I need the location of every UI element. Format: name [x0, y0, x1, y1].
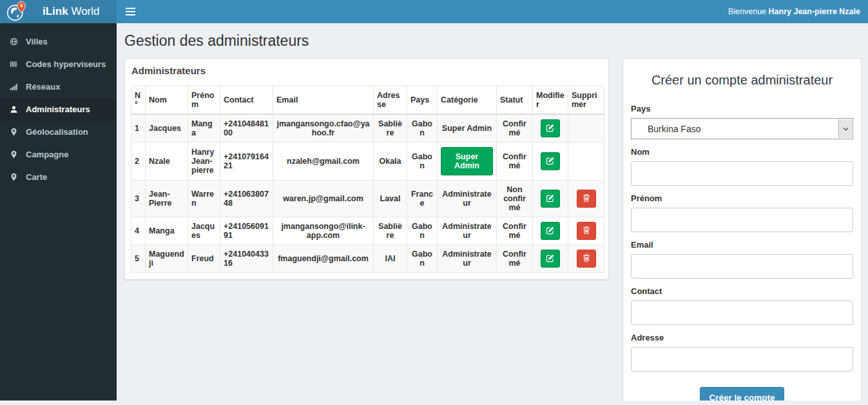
welcome-user-name: Hanry Jean-pierre Nzale — [769, 7, 860, 16]
table-row: 1JacquesManga+24104848100jmangansongo.cf… — [131, 114, 604, 143]
prenom-field[interactable] — [631, 208, 853, 232]
create-account-button[interactable]: Créer le compte — [700, 387, 784, 400]
create-admin-card: Créer un compte administrateur PaysBurki… — [622, 58, 862, 400]
cell-contact: +24107916421 — [220, 143, 273, 181]
cell-modifier — [533, 143, 568, 181]
cell-numero: 5 — [131, 245, 146, 273]
cell-adresse: Sablière — [374, 217, 407, 245]
cell-numero: 4 — [131, 217, 146, 245]
table-row: 3Jean-PierreWarren+24106380748waren.jp@g… — [131, 181, 604, 217]
edit-button[interactable] — [541, 222, 560, 240]
delete-button[interactable] — [577, 190, 596, 208]
cell-supprimer — [568, 245, 604, 273]
edit-button[interactable] — [541, 250, 560, 268]
sidebar-item-reseaux[interactable]: Réseaux — [0, 75, 117, 98]
sidebar-item-label: Administrateurs — [26, 104, 90, 114]
delete-button[interactable] — [577, 250, 596, 268]
cell-modifier — [533, 114, 568, 143]
map-marker-icon — [10, 150, 20, 159]
table-row: 2NzaleHanry Jean-pierre+24107916421nzale… — [131, 143, 604, 181]
sidebar-item-codes-hyperviseurs[interactable]: Codes hyperviseurs — [0, 53, 117, 75]
main-content: Gestion des administrateurs Administrate… — [117, 23, 868, 400]
edit-icon — [546, 193, 555, 204]
cell-modifier — [533, 245, 568, 273]
cell-categorie: Super Admin — [438, 114, 497, 143]
table-row: 4MangaJacques+24105609191jmangansongo@il… — [131, 217, 604, 245]
cell-nom: Nzale — [146, 143, 188, 181]
panel-title: Administrateurs — [125, 59, 608, 86]
form-group-contact: Contact — [631, 286, 853, 325]
delete-button[interactable] — [577, 222, 596, 240]
email-label: Email — [631, 240, 853, 250]
cell-pays: Gabon — [407, 245, 438, 273]
chevron-down-icon — [838, 119, 852, 138]
sidebar-item-administrateurs[interactable]: Administrateurs — [0, 98, 117, 121]
svg-text:$: $ — [20, 3, 23, 8]
edit-button[interactable] — [541, 152, 560, 170]
cell-email: fmaguendji@gmail.com — [273, 245, 374, 273]
cell-nom: Jean-Pierre — [146, 181, 188, 217]
cell-categorie: Super Admin — [438, 143, 497, 181]
welcome-message: Bienvenue Hanry Jean-pierre Nzale — [728, 0, 860, 23]
cell-adresse: Sablière — [374, 114, 407, 143]
column-header-pays: Pays — [407, 86, 438, 115]
top-navbar: Bienvenue Hanry Jean-pierre Nzale — [117, 0, 868, 23]
column-header-statut: Statut — [497, 86, 533, 115]
sidebar-item-geolocalisation[interactable]: Géolocalisation — [0, 121, 117, 143]
table-header: N°NomPrénomContactEmailAdressePaysCatégo… — [131, 86, 604, 115]
column-header-prenom: Prénom — [188, 86, 220, 115]
adresse-field[interactable] — [631, 347, 853, 371]
sidebar-item-carte[interactable]: Carte — [0, 166, 117, 188]
nom-field[interactable] — [631, 161, 853, 186]
sidebar-item-villes[interactable]: Villes — [0, 30, 117, 53]
trash-icon — [582, 253, 591, 264]
sidebar-item-campagne[interactable]: Campagne — [0, 143, 117, 166]
cell-contact: +24106380748 — [220, 181, 273, 217]
map-marker-icon — [10, 128, 20, 137]
cell-pays: Gabon — [407, 114, 438, 143]
nom-label: Nom — [631, 147, 853, 157]
edit-button[interactable] — [541, 190, 560, 208]
page-title: Gestion des administrateurs — [124, 32, 862, 50]
category-badge-button[interactable]: Super Admin — [441, 147, 493, 175]
prenom-label: Prénom — [631, 193, 853, 203]
edit-icon — [546, 253, 555, 264]
edit-button[interactable] — [541, 119, 560, 137]
pays-select[interactable]: Burkina Faso — [631, 118, 853, 139]
form-group-adresse: Adresse — [631, 333, 853, 371]
welcome-prefix: Bienvenue — [728, 7, 769, 16]
cell-categorie: Administrateur — [438, 217, 497, 245]
sidebar-item-label: Campagne — [26, 150, 68, 159]
cell-statut: Confirmé — [497, 245, 533, 273]
signal-icon — [10, 83, 20, 92]
cell-prenom: Hanry Jean-pierre — [188, 143, 220, 181]
hamburger-icon[interactable] — [117, 0, 144, 23]
column-header-adresse: Adresse — [374, 86, 407, 115]
contact-label: Contact — [631, 286, 853, 296]
cell-prenom: Manga — [188, 114, 220, 143]
globe-icon — [10, 37, 20, 46]
cell-prenom: Freud — [188, 245, 220, 273]
table-row: 5MaguendjiFreud+24104043316fmaguendji@gm… — [131, 245, 604, 273]
cell-modifier — [533, 217, 568, 245]
brand-header: $ iLink World — [0, 0, 117, 23]
cell-modifier — [533, 181, 568, 217]
contact-field[interactable] — [631, 301, 853, 325]
pays-label: Pays — [631, 104, 853, 114]
form-group-pays: PaysBurkina Faso — [631, 104, 853, 139]
cell-numero: 1 — [131, 114, 146, 143]
globe-pin-logo-icon: $ — [6, 1, 28, 23]
form-group-email: Email — [631, 240, 853, 279]
user-icon — [10, 105, 20, 114]
cell-numero: 2 — [131, 143, 146, 181]
column-header-email: Email — [273, 86, 374, 115]
cell-nom: Maguendji — [146, 245, 188, 273]
edit-icon — [546, 226, 555, 237]
column-header-mod: Modifier — [533, 86, 568, 115]
cell-prenom: Warren — [188, 181, 220, 217]
cell-statut: Confirmé — [497, 114, 533, 143]
sidebar: $ iLink World VillesCodes hyperviseursRé… — [0, 0, 117, 400]
email-field[interactable] — [631, 254, 853, 279]
cell-contact: +24104848100 — [220, 114, 273, 143]
brand-title-rest: World — [68, 5, 100, 17]
